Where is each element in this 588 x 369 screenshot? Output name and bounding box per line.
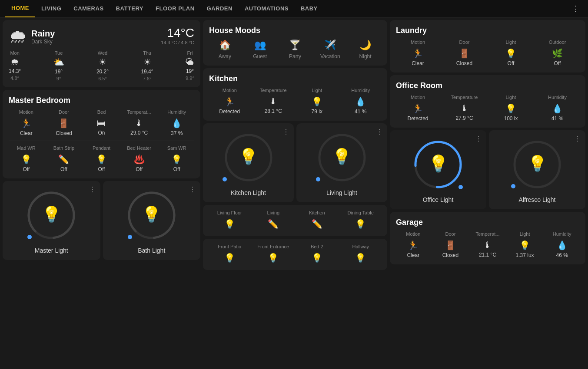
light-sam-wr-label: Sam WR: [167, 145, 186, 151]
kitchen-sensors: Motion 🏃 Detected Temperature 🌡 28.1 °C …: [209, 88, 381, 115]
weather-days: Mon 🌧 14.3° 4.8° Tue ⛅ 19° 9° Wed ☀ 20.2…: [9, 50, 194, 81]
garage-temp-label: Temperat...: [475, 231, 499, 237]
nav-item-cameras[interactable]: CAMERAS: [67, 0, 110, 17]
garage-door-value: Closed: [442, 252, 458, 258]
light-bath-strip-value: Off: [60, 166, 67, 172]
office-light-sensor: Light 💡 100 lx: [489, 95, 533, 122]
office-light-dots[interactable]: ⋮: [475, 135, 482, 143]
nav-item-automations[interactable]: AUTOMATIONS: [239, 0, 295, 17]
mood-vacation-icon: ✈️: [324, 40, 336, 51]
strip1-label-3: Dining Table: [348, 210, 374, 215]
garage-light-label: Light: [520, 231, 530, 237]
light-bath-strip[interactable]: Bath Strip ✏️ Off: [47, 145, 82, 172]
master-bedroom-lights: Mad WR 💡 Off Bath Strip ✏️ Off Pendant 💡…: [9, 145, 194, 172]
laundry-motion-value: Clear: [412, 60, 424, 66]
kitchen-motion-label: Motion: [223, 88, 237, 93]
sensor-motion-icon: 🏃: [21, 118, 32, 128]
day3-lo: 7.6°: [143, 76, 152, 81]
mood-vacation[interactable]: ✈️ Vacation: [314, 40, 346, 59]
garage-humidity-icon: 💧: [557, 240, 568, 250]
mood-guest[interactable]: 👥 Guest: [244, 40, 276, 59]
kitchen-light-dots[interactable]: ⋮: [282, 128, 289, 136]
office-humidity-value: 41 %: [551, 115, 563, 122]
master-light-card[interactable]: ⋮ 💡 Master Light: [3, 181, 100, 260]
mood-night[interactable]: 🌙 Night: [349, 40, 381, 59]
strip2-label-2: Bed 2: [311, 244, 323, 249]
strip2-item-3[interactable]: Hallway 💡: [340, 244, 382, 265]
light-pendant-value: Off: [98, 166, 105, 172]
master-bedroom-card: Master Bedroom Motion 🏃 Clear Door 🚪 Clo…: [3, 90, 200, 178]
kitchen-temp-icon: 🌡: [269, 96, 278, 106]
master-light-dots[interactable]: ⋮: [89, 185, 96, 194]
nav-more-icon[interactable]: ⋮: [568, 4, 583, 13]
laundry-door-icon: 🚪: [459, 48, 470, 59]
office-temp-value: 27.9 °C: [455, 115, 473, 121]
kitchen-light: Light 💡 79 lx: [296, 88, 338, 115]
sensor-bed-label: Bed: [97, 109, 106, 115]
light-pendant-icon: 💡: [96, 154, 107, 165]
house-moods-card: House Moods 🏠 Away 👥 Guest 🍸 Party ✈️ Va…: [203, 20, 387, 66]
strip1-icon-2: ✏️: [312, 219, 322, 229]
kitchen-humidity-icon: 💧: [355, 96, 366, 107]
garage-sensors: Motion 🏃 Clear Door 🚪 Closed Temperat...…: [396, 231, 579, 258]
strip1-item-3[interactable]: Dining Table 💡: [340, 210, 382, 231]
kitchen-motion-value: Detected: [219, 109, 240, 115]
sensor-bed-value: On: [98, 130, 105, 136]
nav-item-living[interactable]: LIVING: [35, 0, 67, 17]
office-motion-value: Detected: [407, 115, 428, 122]
sensor-humidity-icon: 💧: [171, 118, 182, 128]
office-motion-label: Motion: [411, 95, 425, 100]
alfresco-light-card[interactable]: ⋮ 💡 Alfresco Light: [489, 130, 585, 209]
office-light-title: Office Light: [423, 196, 454, 203]
living-light-dots[interactable]: ⋮: [376, 128, 383, 136]
strip2-label-1: Front Entrance: [257, 244, 289, 249]
strip1-item-1[interactable]: Living ✏️: [253, 210, 294, 231]
nav-item-floorplan[interactable]: FLOOR PLAN: [149, 0, 201, 17]
kitchen-light-card[interactable]: ⋮ 💡 Kitchen Light: [203, 123, 294, 202]
living-light-card[interactable]: ⋮ 💡 Living Light: [296, 123, 387, 202]
laundry-outdoor: Outdoor 🌿 Off: [535, 40, 579, 66]
alfresco-light-dots[interactable]: ⋮: [574, 135, 581, 143]
living-light-card-title: Living Light: [326, 189, 357, 196]
light-sam-wr[interactable]: Sam WR 💡 Off: [159, 145, 194, 172]
office-motion-icon: 🏃: [412, 103, 423, 114]
strip2-label-3: Hallway: [352, 244, 369, 249]
mood-party[interactable]: 🍸 Party: [279, 40, 311, 59]
sensor-temp-icon: 🌡: [135, 118, 143, 128]
nav-item-baby[interactable]: BABY: [295, 0, 324, 17]
strip2-label-0: Front Patio: [218, 244, 241, 249]
bath-light-dots[interactable]: ⋮: [189, 185, 196, 194]
strip2-icon-3: 💡: [355, 253, 366, 263]
bath-light-card[interactable]: ⋮ 💡 Bath Light: [103, 181, 201, 260]
sensor-humidity-value: 37 %: [171, 130, 183, 136]
light-mad-wr-value: Off: [23, 166, 30, 172]
strip1-item-0[interactable]: Living Floor 💡: [209, 210, 250, 231]
moods-grid: 🏠 Away 👥 Guest 🍸 Party ✈️ Vacation 🌙: [209, 40, 381, 59]
strip1-label-0: Living Floor: [217, 210, 242, 215]
weather-temp-main: 14°C: [161, 26, 194, 40]
light-mad-wr[interactable]: Mad WR 💡 Off: [9, 145, 44, 172]
weather-day-0: Mon 🌧 14.3° 4.8°: [9, 50, 21, 81]
mood-away[interactable]: 🏠 Away: [209, 40, 241, 59]
garage-temp: Temperat... 🌡 21.1 °C: [470, 231, 505, 258]
strip2-item-2[interactable]: Bed 2 💡: [296, 244, 338, 265]
day3-name: Thu: [143, 50, 151, 56]
weather-icon: 🌧: [9, 26, 27, 47]
laundry-title: Laundry: [396, 26, 579, 35]
nav-item-home[interactable]: HOME: [5, 0, 35, 17]
nav-item-battery[interactable]: BATTERY: [110, 0, 149, 17]
sensor-door-icon: 🚪: [58, 118, 69, 128]
day1-hi: 19°: [55, 69, 63, 75]
office-light-sensor-icon: 💡: [505, 103, 516, 114]
office-room-sensors: Motion 🏃 Detected Temperature 🌡 27.9 °C …: [396, 95, 579, 122]
strip1-item-2[interactable]: Kitchen ✏️: [296, 210, 338, 231]
office-humidity-label: Humidity: [548, 95, 567, 100]
nav-item-garden[interactable]: GARDEN: [201, 0, 239, 17]
light-pendant[interactable]: Pendant 💡 Off: [84, 145, 119, 172]
office-light-card[interactable]: ⋮ 💡 Office Light: [390, 130, 486, 209]
strip2-item-0[interactable]: Front Patio 💡: [209, 244, 250, 265]
strip2-item-1[interactable]: Front Entrance 💡: [253, 244, 294, 265]
master-light-title: Master Light: [35, 247, 68, 254]
weather-day-1: Tue ⛅ 19° 9°: [53, 50, 64, 81]
light-bed-heater[interactable]: Bed Heater ♨️ Off: [122, 145, 157, 172]
